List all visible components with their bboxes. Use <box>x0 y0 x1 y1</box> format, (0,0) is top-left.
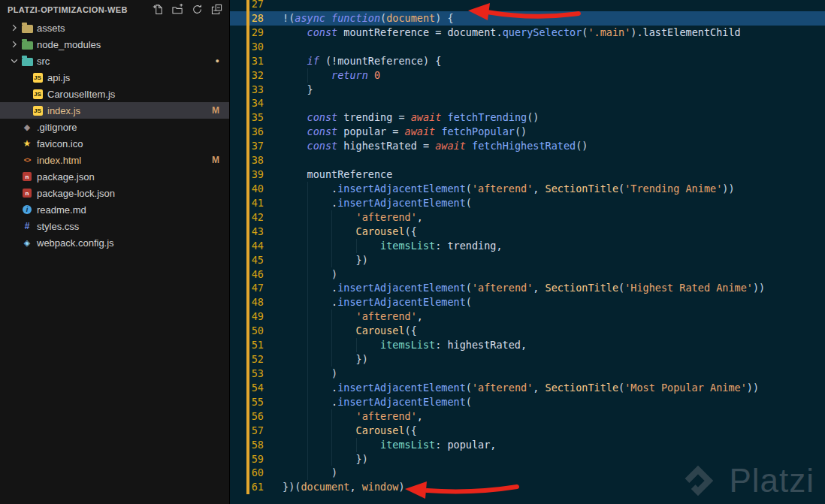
code-line-51[interactable]: 51 itemsList: highestRated, <box>230 338 825 352</box>
git-modified-gutter <box>246 225 249 239</box>
code-text: .insertAdjacentElement('afterend', Secti… <box>283 182 735 196</box>
code-line-34[interactable]: 34 <box>230 96 825 110</box>
code-line-55[interactable]: 55 .insertAdjacentElement( <box>230 395 825 409</box>
code-line-33[interactable]: 33 } <box>230 83 825 97</box>
js-icon: JS <box>31 89 44 99</box>
file-label: package-lock.json <box>37 188 115 199</box>
code-line-49[interactable]: 49 'afterend', <box>230 309 825 324</box>
code-line-28[interactable]: 28!(async function(document) { <box>230 11 825 26</box>
code-line-57[interactable]: 57 Carousel({ <box>230 424 825 438</box>
npm-icon: n <box>20 172 34 181</box>
tree-item-webpack-config-js[interactable]: ◈webpack.config.js <box>0 234 229 251</box>
refresh-explorer-button[interactable] <box>191 3 204 16</box>
git-modified-gutter <box>246 309 249 324</box>
code-line-52[interactable]: 52 }) <box>230 352 825 367</box>
indent-guide <box>307 68 308 83</box>
tree-item-package-lock-json[interactable]: npackage-lock.json <box>0 185 229 201</box>
code-line-59[interactable]: 59 }) <box>230 452 825 466</box>
code-line-37[interactable]: 37 const highestRated = await fetchHighe… <box>230 139 825 153</box>
code-line-47[interactable]: 47 .insertAdjacentElement('afterend', Se… <box>230 281 825 295</box>
indent-guide <box>307 239 308 253</box>
git-modified-gutter <box>246 324 249 338</box>
code-line-30[interactable]: 30 <box>230 40 825 54</box>
tree-item-gitignore[interactable]: ◆.gitignore <box>0 119 229 135</box>
indent-guide <box>331 352 332 367</box>
tree-item-package-json[interactable]: npackage.json <box>0 168 229 185</box>
code-line-31[interactable]: 31 if (!mountReference) { <box>230 54 825 68</box>
code-text: 'afterend', <box>283 309 423 324</box>
indent-guide <box>356 438 357 452</box>
code-line-40[interactable]: 40 .insertAdjacentElement('afterend', Se… <box>230 182 825 196</box>
vscode-window: PLATZI-OPTIMIZACION-WEB assetsnode_modul… <box>0 0 825 504</box>
file-label: .gitignore <box>37 122 77 133</box>
tree-item-readme-md[interactable]: ireadme.md <box>0 201 229 218</box>
tree-item-assets[interactable]: assets <box>0 20 229 36</box>
git-modified-dot: ● <box>216 57 219 65</box>
indent-guide <box>307 438 308 452</box>
tree-item-favicon-ico[interactable]: ★favicon.ico <box>0 135 229 152</box>
tree-item-index-js[interactable]: JSindex.jsM <box>0 102 229 119</box>
tree-item-index-html[interactable]: <>index.htmlM <box>0 152 229 168</box>
code-line-45[interactable]: 45 }) <box>230 253 825 267</box>
code-text: !(async function(document) { <box>283 11 454 26</box>
code-line-29[interactable]: 29 const mountReference = document.query… <box>230 26 825 40</box>
code-text: const popular = await fetchPopular() <box>283 125 527 139</box>
git-modified-gutter <box>246 424 249 438</box>
new-folder-button[interactable] <box>171 3 184 16</box>
indent-guide <box>307 367 308 381</box>
tree-item-styles-css[interactable]: #styles.css <box>0 218 229 234</box>
chevron-right-icon <box>8 39 20 50</box>
code-line-53[interactable]: 53 ) <box>230 367 825 381</box>
code-text: }) <box>283 253 368 267</box>
git-modified-gutter <box>246 267 249 282</box>
indent-guide <box>307 324 308 338</box>
git-modified-gutter <box>246 96 249 110</box>
code-line-41[interactable]: 41 .insertAdjacentElement( <box>230 196 825 210</box>
git-modified-gutter <box>246 125 249 139</box>
indent-guide <box>331 338 332 352</box>
indent-guide <box>331 309 332 324</box>
code-line-32[interactable]: 32 return 0 <box>230 68 825 83</box>
indent-guide <box>331 239 332 253</box>
collapse-folders-button[interactable] <box>210 3 223 16</box>
code-text: 'afterend', <box>283 409 423 424</box>
new-file-button[interactable] <box>152 3 165 16</box>
indent-guide <box>307 182 308 196</box>
git-modified-gutter <box>246 110 249 125</box>
git-modified-gutter <box>246 54 249 68</box>
indent-guide <box>307 295 308 309</box>
file-label: readme.md <box>37 204 86 216</box>
code-line-46[interactable]: 46 ) <box>230 267 825 282</box>
code-line-27[interactable]: 27 <box>230 0 825 11</box>
tree-item-api-js[interactable]: JSapi.js <box>0 69 229 86</box>
git-modified-gutter <box>246 367 249 381</box>
code-line-61[interactable]: 61})(document, window) <box>230 480 825 494</box>
code-line-43[interactable]: 43 Carousel({ <box>230 225 825 239</box>
code-line-38[interactable]: 38 <box>230 153 825 167</box>
code-line-35[interactable]: 35 const trending = await fetchTrending(… <box>230 110 825 125</box>
code-line-36[interactable]: 36 const popular = await fetchPopular() <box>230 125 825 139</box>
git-modified-gutter <box>246 295 249 309</box>
code-editor[interactable]: 2728!(async function(document) {29 const… <box>230 0 825 504</box>
indent-guide <box>307 267 308 282</box>
indent-guide <box>331 253 332 267</box>
code-line-56[interactable]: 56 'afterend', <box>230 409 825 424</box>
code-line-50[interactable]: 50 Carousel({ <box>230 324 825 338</box>
explorer-sidebar: PLATZI-OPTIMIZACION-WEB assetsnode_modul… <box>0 0 230 504</box>
code-line-44[interactable]: 44 itemsList: trending, <box>230 239 825 253</box>
tree-item-src[interactable]: src● <box>0 53 229 69</box>
code-text: }) <box>283 452 368 466</box>
code-line-48[interactable]: 48 .insertAdjacentElement( <box>230 295 825 309</box>
code-line-58[interactable]: 58 itemsList: popular, <box>230 438 825 452</box>
code-line-39[interactable]: 39 mountReference <box>230 167 825 182</box>
indent-guide <box>307 466 308 480</box>
collapse-all-icon <box>211 4 222 15</box>
code-line-42[interactable]: 42 'afterend', <box>230 210 825 225</box>
tree-item-node-modules[interactable]: node_modules <box>0 36 229 53</box>
tree-item-carouselitem-js[interactable]: JSCarouselItem.js <box>0 86 229 102</box>
code-line-54[interactable]: 54 .insertAdjacentElement('afterend', Se… <box>230 381 825 395</box>
indent-guide <box>331 424 332 438</box>
code-line-60[interactable]: 60 ) <box>230 466 825 480</box>
git-modified-gutter <box>246 26 249 40</box>
code-text: .insertAdjacentElement( <box>283 395 472 409</box>
